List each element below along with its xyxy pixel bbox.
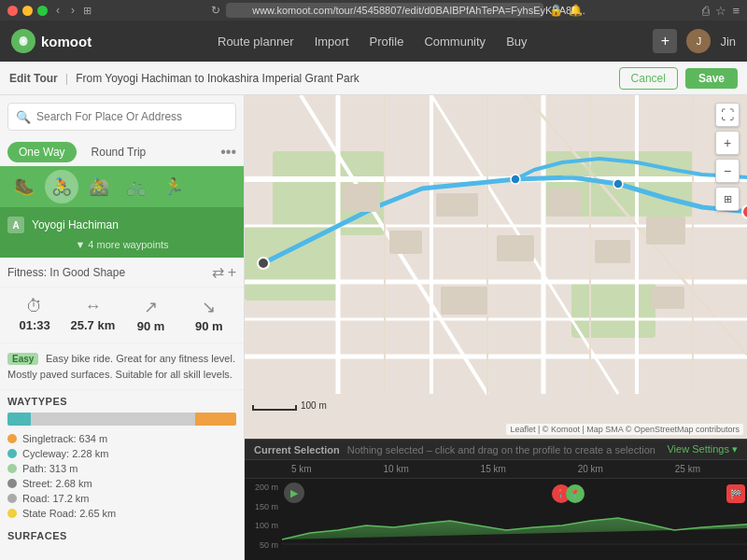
singletrack-label: Singletrack: 634 m — [22, 433, 107, 444]
maximize-dot[interactable] — [37, 6, 48, 16]
close-dot[interactable] — [7, 6, 18, 16]
notifications-icon[interactable]: 🔔 — [569, 4, 583, 17]
stat-distance: ↔ 25.7 km — [65, 297, 120, 333]
search-input[interactable] — [7, 103, 236, 131]
nav-buttons: ‹ › — [52, 3, 78, 18]
waypoint-label-a: A — [7, 217, 24, 233]
profile-bar: Current Selection Nothing selected – cli… — [245, 439, 747, 560]
play-icon: ▶ — [284, 483, 304, 503]
stat-ascent-value: 90 m — [124, 319, 178, 333]
description-text: Easy bike ride. Great for any fitness le… — [7, 353, 235, 380]
round-trip-button[interactable]: Round Trip — [80, 142, 158, 162]
waypoint-name: Yoyogi Hachiman — [32, 218, 119, 231]
activity-hiking[interactable]: 🥾 — [7, 170, 41, 203]
cancel-button[interactable]: Cancel — [619, 67, 678, 90]
url-bar[interactable]: www.komoot.com/tour/45458807/edit/d0BAIB… — [226, 3, 543, 18]
view-settings-button[interactable]: View Settings ▾ — [667, 443, 738, 455]
username: Jin — [720, 35, 736, 49]
one-way-button[interactable]: One Way — [7, 142, 77, 162]
nav-buy[interactable]: Buy — [506, 35, 527, 49]
add-button[interactable]: + — [653, 29, 677, 53]
menu-icon[interactable]: ≡ — [732, 4, 740, 18]
stats-row: ⏱ 01:33 ↔ 25.7 km ↗ 90 m ↘ 90 m — [0, 287, 244, 343]
swap-icon[interactable]: ⇄ — [212, 263, 224, 281]
trip-type-row: One Way Round Trip ••• — [0, 138, 244, 166]
avatar: J — [686, 29, 711, 53]
more-waypoints-link[interactable]: 4 more waypoints — [7, 237, 236, 252]
road-label: Road: 17.2 km — [22, 493, 90, 504]
scale-text: 100 m — [301, 400, 327, 411]
stat-distance-value: 25.7 km — [65, 318, 120, 332]
activity-mtb[interactable]: 🚵 — [82, 170, 116, 203]
cycleway-label: Cycleway: 2.28 km — [22, 448, 108, 459]
nav-community[interactable]: Community — [424, 35, 486, 49]
waytype-seg-2 — [31, 413, 195, 426]
back-button[interactable]: ‹ — [52, 3, 63, 18]
brand-name: komoot — [41, 34, 92, 49]
nav-route-planner[interactable]: Route planner — [218, 35, 294, 49]
search-box: 🔍 — [7, 103, 236, 131]
map-attribution: Leaflet | © Komoot | Map SMA © OpenStree… — [506, 424, 743, 435]
singletrack-dot — [7, 434, 17, 443]
tablist-button[interactable]: ⊞ — [83, 5, 92, 17]
save-button[interactable]: Save — [685, 68, 738, 89]
minimize-dot[interactable] — [22, 6, 33, 16]
activity-cycling[interactable]: 🚴 — [45, 170, 78, 203]
elevation-graph[interactable]: ▶ 📍 📍 🏁 — [282, 479, 747, 553]
cycleway-dot — [7, 449, 17, 458]
refresh-button[interactable]: ↻ — [211, 4, 220, 17]
zoom-in-button[interactable]: + — [715, 131, 740, 155]
nav-profile[interactable]: Profile — [370, 35, 404, 49]
bookmark-icon[interactable]: ☆ — [715, 4, 726, 18]
add-waypoint-icon[interactable]: + — [228, 263, 236, 281]
titlebar-right: ⎙ ☆ ≡ — [702, 4, 740, 18]
wp-pin-2: 📍 — [566, 484, 585, 503]
activity-road[interactable]: 🚲 — [120, 170, 153, 203]
activity-running[interactable]: 🏃 — [157, 170, 190, 203]
waytype-seg-3 — [195, 413, 236, 426]
tour-title: From Yoyogi Hachiman to Inokashira Imper… — [76, 72, 611, 85]
description-section: Easy Easy bike ride. Great for any fitne… — [0, 343, 244, 390]
fitness-label: Fitness: In Good Shape — [7, 266, 206, 279]
titlebar-center: ↻ www.komoot.com/tour/45458807/edit/d0BA… — [92, 3, 702, 18]
y-label-200: 200 m — [255, 483, 278, 492]
waytype-street: Street: 2.68 km — [7, 476, 236, 491]
stat-time: ⏱ 01:33 — [7, 297, 62, 333]
nav-import[interactable]: Import — [315, 35, 349, 49]
layers-button[interactable]: ⊞ — [715, 187, 740, 211]
nav-links: Route planner Import Profile Community B… — [110, 35, 634, 49]
scale-bar: 100 m — [252, 400, 327, 411]
profile-content[interactable]: 200 m 150 m 100 m 50 m ▶ 📍 📍 — [245, 479, 747, 553]
waytype-bar — [7, 413, 236, 426]
stat-time-value: 01:33 — [7, 318, 62, 332]
profile-header: Current Selection Nothing selected – cli… — [245, 440, 747, 460]
more-options-icon[interactable]: ••• — [220, 144, 236, 161]
edit-label: Edit Tour — [9, 72, 58, 85]
easy-badge: Easy — [7, 353, 38, 365]
path-label: Path: 313 m — [22, 463, 78, 474]
state-road-dot — [7, 509, 17, 518]
share-icon[interactable]: ⎙ — [702, 4, 710, 18]
waytype-state-road: State Road: 2.65 km — [7, 506, 236, 521]
svg-point-30 — [258, 258, 269, 269]
waypoint-item: A Yoyogi Hachiman — [7, 213, 236, 237]
forward-button[interactable]: › — [67, 3, 78, 18]
map-container[interactable]: ⛶ + − ⊞ 100 m Leaflet | © Komoot | Map S… — [245, 95, 747, 439]
road-dot — [7, 494, 17, 503]
svg-rect-23 — [436, 193, 478, 217]
current-selection-label: Current Selection — [254, 444, 340, 455]
fullscreen-button[interactable]: ⛶ — [715, 103, 740, 127]
activity-row: 🥾 🚴 🚵 🚲 🏃 — [0, 166, 244, 207]
svg-rect-27 — [595, 240, 630, 263]
waytype-singletrack: Singletrack: 634 m — [7, 431, 236, 446]
dist-25km: 25 km — [675, 462, 700, 476]
stat-descent-value: 90 m — [182, 319, 236, 333]
brand-logo — [11, 29, 35, 53]
svg-point-34 — [511, 175, 520, 184]
svg-rect-32 — [562, 165, 613, 176]
distance-labels: 5 km 10 km 15 km 20 km 25 km — [245, 460, 747, 479]
lock-icon[interactable]: 🔒 — [549, 4, 563, 17]
zoom-out-button[interactable]: − — [715, 159, 740, 183]
main: 🔍 One Way Round Trip ••• 🥾 🚴 🚵 🚲 🏃 A Yoy… — [0, 95, 747, 560]
map-controls: ⛶ + − ⊞ — [715, 103, 740, 211]
